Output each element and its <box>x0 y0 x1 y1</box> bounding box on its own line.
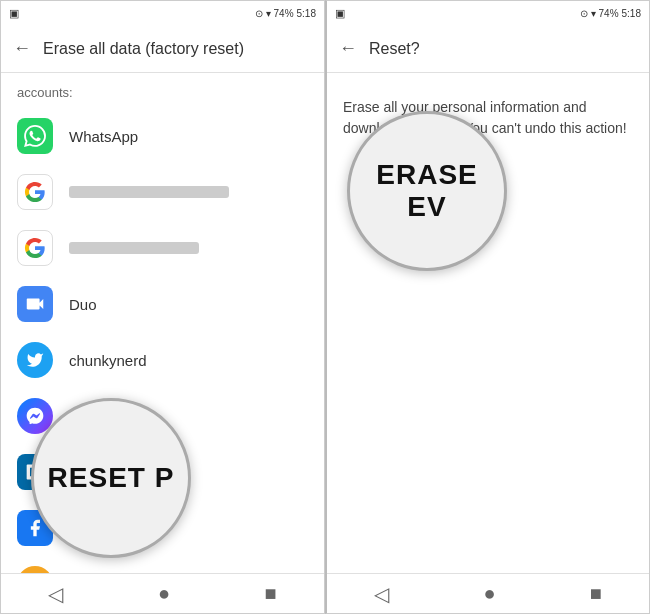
wifi-icon: ▾ <box>266 8 271 19</box>
status-time-right: 5:18 <box>622 8 641 19</box>
page-title-left: Erase all data (factory reset) <box>43 40 244 58</box>
page-title-right: Reset? <box>369 40 420 58</box>
bottom-nav-right: ◁ ● ■ <box>327 573 649 613</box>
status-icon-right: ▣ <box>335 7 345 20</box>
battery-level-right: 74% <box>599 8 619 19</box>
whatsapp-icon <box>17 118 53 154</box>
recents-nav-right[interactable]: ■ <box>570 574 622 613</box>
google-account-1-label <box>69 186 229 198</box>
magnify-circle-right: ERASE EV <box>347 111 507 271</box>
right-panel: ▣ ⊙ ▾ 74% 5:18 ← Reset? Erase all your p… <box>325 0 650 614</box>
whatsapp-label: WhatsApp <box>69 128 138 145</box>
list-item: WhatsApp <box>1 108 324 164</box>
magnify-circle-left: RESET P <box>31 398 191 558</box>
duo-icon <box>17 286 53 322</box>
top-bar-right: ← Reset? <box>327 25 649 73</box>
status-left-right: ▣ <box>335 7 345 20</box>
back-button-left[interactable]: ← <box>13 38 31 59</box>
list-item: Allo <box>1 556 324 573</box>
list-item <box>1 220 324 276</box>
left-panel: ▣ ⊙ ▾ 74% 5:18 ← Erase all data (factory… <box>0 0 325 614</box>
google-icon-2 <box>17 230 53 266</box>
twitter-label: chunkynerd <box>69 352 147 369</box>
wifi-icon-right: ▾ <box>591 8 596 19</box>
top-bar-left: ← Erase all data (factory reset) <box>1 25 324 73</box>
signal-icon: ⊙ <box>255 8 263 19</box>
list-item: chunkynerd <box>1 332 324 388</box>
google-account-2-label <box>69 242 199 254</box>
list-item <box>1 164 324 220</box>
magnify-text-right: ERASE EV <box>350 159 504 223</box>
recents-nav-left[interactable]: ■ <box>245 574 297 613</box>
status-bar-right: ▣ ⊙ ▾ 74% 5:18 <box>327 1 649 25</box>
twitter-icon <box>17 342 53 378</box>
back-nav-left[interactable]: ◁ <box>28 574 83 614</box>
allo-icon <box>17 566 53 573</box>
battery-level: 74% <box>274 8 294 19</box>
bottom-nav-left: ◁ ● ■ <box>1 573 324 613</box>
home-nav-right[interactable]: ● <box>463 574 515 613</box>
home-nav-left[interactable]: ● <box>138 574 190 613</box>
section-label: accounts: <box>1 81 324 108</box>
status-time: 5:18 <box>297 8 316 19</box>
duo-label: Duo <box>69 296 97 313</box>
magnify-text-left: RESET P <box>40 462 183 494</box>
back-button-right[interactable]: ← <box>339 38 357 59</box>
status-right: ⊙ ▾ 74% 5:18 <box>255 8 316 19</box>
status-left: ▣ <box>9 7 19 20</box>
list-item: Duo <box>1 276 324 332</box>
google-icon-1 <box>17 174 53 210</box>
back-nav-right[interactable]: ◁ <box>354 574 409 614</box>
status-right-right: ⊙ ▾ 74% 5:18 <box>580 8 641 19</box>
signal-icon-right: ⊙ <box>580 8 588 19</box>
status-icon-left: ▣ <box>9 7 19 20</box>
status-bar-left: ▣ ⊙ ▾ 74% 5:18 <box>1 1 324 25</box>
